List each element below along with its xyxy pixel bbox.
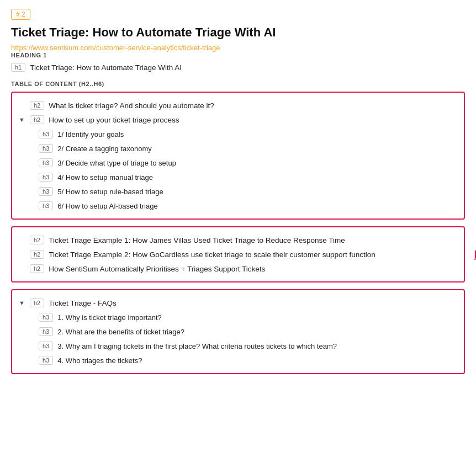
toc-item: ▼ h2 Ticket Triage Example 1: How James … xyxy=(19,233,457,247)
h2-tag: h2 xyxy=(30,299,44,307)
toc-item-text: 2/ Create a tagging taxonomy xyxy=(57,145,152,153)
badge: # 2 xyxy=(11,9,30,20)
toc-item-indent: h3 5/ How to setup rule-based triage xyxy=(19,184,457,199)
toc-item-text: 6/ How to setup AI-based triage xyxy=(57,202,157,210)
toc-item-text: 4. Who triages the tickets? xyxy=(57,356,142,365)
toc-item: ▼ h2 What is ticket triage? And should y… xyxy=(19,98,457,113)
toc-item-indent: h3 3/ Decide what type of triage to setu… xyxy=(19,156,457,170)
h3-tag: h3 xyxy=(39,342,53,350)
toc-item-text: What is ticket triage? And should you au… xyxy=(49,102,214,110)
toc-item: ▼ h2 How SentiSum Automatically Prioriti… xyxy=(19,262,457,276)
toc-item-indent: h3 1/ Identify your goals xyxy=(19,127,457,141)
toc-item-text: 3. Why am I triaging tickets in the firs… xyxy=(57,342,337,350)
h3-tag: h3 xyxy=(39,327,53,336)
toc-item-indent: h3 6/ How to setup AI-based triage xyxy=(19,199,457,213)
h2-tag: h2 xyxy=(30,250,44,259)
h3-tag: h3 xyxy=(39,158,53,167)
expand-arrow[interactable]: ▼ xyxy=(19,300,25,306)
h2-tag: h2 xyxy=(30,236,44,244)
annotation-examples: Examples xyxy=(474,248,476,261)
toc-item-text: 1/ Identify your goals xyxy=(57,130,124,138)
toc-label: TABLE OF CONTENT (H2..H6) xyxy=(11,81,465,87)
toc-item-text: Ticket Triage - FAQs xyxy=(49,299,117,307)
toc-item-text: 2. What are the benefits of ticket triag… xyxy=(57,328,184,336)
toc-item-text: How SentiSum Automatically Prioritises +… xyxy=(49,265,265,273)
toc-item-text: 5/ How to setup rule-based triage xyxy=(57,188,163,196)
h3-tag: h3 xyxy=(39,173,53,182)
expand-arrow[interactable]: ▼ xyxy=(19,116,25,123)
toc-item: ▼ h2 How to set up your ticket triage pr… xyxy=(19,113,457,127)
h1-tag: h1 xyxy=(11,63,25,72)
heading1-label: HEADING 1 xyxy=(11,52,465,58)
h3-tag: h3 xyxy=(39,130,53,138)
toc-item-indent: h3 4/ How to setup manual triage xyxy=(19,170,457,184)
toc-box-3: ▼ h2 Ticket Triage - FAQs h3 1. Why is t… xyxy=(11,289,465,374)
h3-tag: h3 xyxy=(39,187,53,196)
h3-tag: h3 xyxy=(39,356,53,365)
toc-item-text: How to set up your ticket triage process xyxy=(49,116,179,124)
toc-item-text: 1. Why is ticket triage important? xyxy=(57,313,162,322)
heading1-row: h1 Ticket Triage: How to Automate Triage… xyxy=(11,63,465,72)
toc-item-indent: h3 2. What are the benefits of ticket tr… xyxy=(19,324,457,339)
heading1-text: Ticket Triage: How to Automate Triage Wi… xyxy=(30,63,182,72)
h2-tag: h2 xyxy=(30,101,44,110)
page-title: Ticket Triage: How to Automate Triage Wi… xyxy=(11,25,465,40)
h3-tag: h3 xyxy=(39,201,53,210)
toc-box-2: ▼ h2 Ticket Triage Example 1: How James … xyxy=(11,226,465,283)
toc-item-indent: h3 2/ Create a tagging taxonomy xyxy=(19,141,457,156)
toc-item-text: Ticket Triage Example 1: How James Villa… xyxy=(49,236,345,244)
toc-item-indent: h3 4. Who triages the tickets? xyxy=(19,353,457,367)
h2-tag: h2 xyxy=(30,264,44,273)
toc-item-text: 3/ Decide what type of triage to setup xyxy=(57,159,176,167)
toc-item: ▼ h2 Ticket Triage Example 2: How GoCard… xyxy=(19,247,457,262)
toc-item-indent: h3 3. Why am I triaging tickets in the f… xyxy=(19,339,457,353)
toc-item-indent: h3 1. Why is ticket triage important? xyxy=(19,310,457,324)
toc-item-text: Ticket Triage Example 2: How GoCardless … xyxy=(49,251,375,259)
toc-box-1: ▼ h2 What is ticket triage? And should y… xyxy=(11,92,465,220)
toc-item-text: 4/ How to setup manual triage xyxy=(57,173,153,182)
toc-item: ▼ h2 Ticket Triage - FAQs xyxy=(19,296,457,310)
h3-tag: h3 xyxy=(39,144,53,153)
h2-tag: h2 xyxy=(30,115,44,124)
h3-tag: h3 xyxy=(39,313,53,322)
page-url[interactable]: https://www.sentisum.com/customer-servic… xyxy=(11,44,220,52)
